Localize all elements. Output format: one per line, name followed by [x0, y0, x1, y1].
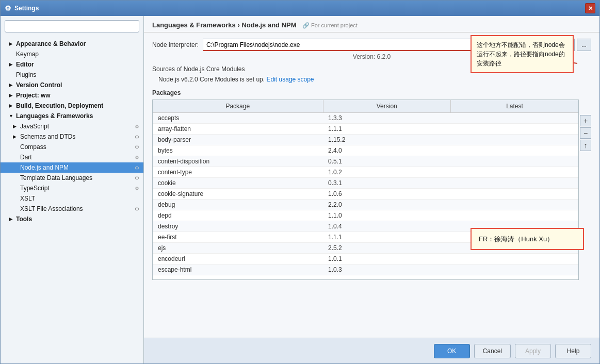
- config-icon: ⚙: [135, 155, 139, 160]
- sidebar-item-editor[interactable]: ▶ Editor: [1, 59, 143, 70]
- sidebar-item-languages[interactable]: ▼ Languages & Frameworks: [1, 111, 143, 121]
- col-header-package[interactable]: Package: [153, 100, 323, 113]
- sidebar-item-label: Appearance & Behavior: [16, 40, 86, 47]
- cell-latest: [451, 167, 579, 178]
- sidebar-item-xslt-file[interactable]: XSLT File Associations ⚙: [1, 204, 143, 214]
- breadcrumb-bar: Languages & Frameworks › Node.js and NPM…: [144, 16, 599, 32]
- table-row[interactable]: array-flatten 1.1.1: [153, 124, 578, 135]
- cell-latest: [451, 264, 579, 275]
- cell-package: cookie: [153, 178, 323, 189]
- cell-version: 1.0.1: [323, 254, 451, 264]
- table-row[interactable]: accepts 1.3.3: [153, 113, 578, 124]
- table-row[interactable]: body-parser 1.15.2: [153, 135, 578, 145]
- sidebar-item-javascript[interactable]: ▶ JavaScript ⚙: [1, 121, 143, 131]
- cell-latest: [451, 210, 579, 221]
- add-package-button[interactable]: +: [580, 115, 591, 126]
- table-row[interactable]: debug 2.2.0: [153, 200, 578, 210]
- bottom-bar: OK Cancel Apply Help: [144, 338, 599, 363]
- search-input[interactable]: [5, 20, 139, 32]
- packages-section: Packages: [152, 89, 591, 96]
- move-up-button[interactable]: ↑: [580, 140, 591, 151]
- table-row[interactable]: encodeurl 1.0.1: [153, 254, 578, 264]
- cell-package: destroy: [153, 221, 323, 232]
- table-row[interactable]: content-type 1.0.2: [153, 167, 578, 178]
- cell-package: ee-first: [153, 232, 323, 243]
- arrow-icon: ▶: [9, 41, 14, 46]
- cell-latest: [451, 145, 579, 156]
- callout-top: 这个地方不能配错，否则node会运行不起来，路径要指向node的安装路径: [471, 35, 574, 73]
- table-row[interactable]: cookie-signature 1.0.6: [153, 189, 578, 200]
- cell-package: bytes: [153, 145, 323, 156]
- table-row[interactable]: cookie 0.3.1: [153, 178, 578, 189]
- sidebar-item-build[interactable]: ▶ Build, Execution, Deployment: [1, 101, 143, 111]
- sidebar-item-keymap[interactable]: Keymap: [1, 49, 143, 59]
- cell-latest: [451, 113, 579, 124]
- cell-latest: [451, 200, 579, 210]
- cell-version: 1.15.2: [323, 135, 451, 145]
- cell-package: accepts: [153, 113, 323, 124]
- sidebar-item-compass[interactable]: Compass ⚙: [1, 142, 143, 152]
- arrow-icon: ▶: [9, 93, 14, 98]
- config-icon: ⚙: [135, 175, 139, 181]
- cell-version: 0.5.1: [323, 156, 451, 167]
- app-icon: ⚙: [5, 4, 11, 12]
- apply-button[interactable]: Apply: [515, 344, 551, 358]
- sidebar-item-label: XSLT: [20, 195, 35, 202]
- cell-version: 0.3.1: [323, 178, 451, 189]
- sidebar-item-label: Tools: [16, 216, 32, 223]
- search-box[interactable]: [5, 20, 139, 32]
- cell-package: encodeurl: [153, 254, 323, 264]
- sidebar-item-label: Schemas and DTDs: [20, 133, 75, 140]
- sidebar-item-project[interactable]: ▶ Project: ww: [1, 90, 143, 101]
- help-button[interactable]: Help: [555, 344, 591, 358]
- sidebar-item-label: Plugins: [16, 71, 36, 78]
- cell-latest: [451, 124, 579, 135]
- cell-version: 1.1.1: [323, 232, 451, 243]
- cell-latest: [451, 178, 579, 189]
- cell-version: 1.0.4: [323, 221, 451, 232]
- cell-package: content-type: [153, 167, 323, 178]
- table-row[interactable]: escape-html 1.0.3: [153, 264, 578, 275]
- sidebar-item-xslt[interactable]: XSLT: [1, 193, 143, 204]
- table-header-row: Package Version Latest: [153, 100, 578, 113]
- content-area: ▶ Appearance & Behavior Keymap ▶ Editor …: [1, 16, 599, 363]
- arrow-icon: ▶: [9, 82, 14, 88]
- sidebar-item-label: Languages & Frameworks: [16, 112, 93, 120]
- edit-scope-link[interactable]: Edit usage scope: [266, 76, 314, 83]
- remove-package-button[interactable]: −: [580, 127, 591, 139]
- sidebar-item-plugins[interactable]: Plugins: [1, 70, 143, 80]
- table-row[interactable]: depd 1.1.0: [153, 210, 578, 221]
- col-header-version[interactable]: Version: [323, 100, 451, 113]
- sidebar-item-template[interactable]: Template Data Languages ⚙: [1, 173, 143, 183]
- cell-version: 1.3.3: [323, 113, 451, 124]
- config-icon: ⚙: [135, 144, 139, 150]
- table-row[interactable]: bytes 2.4.0: [153, 145, 578, 156]
- sidebar-item-nodejs[interactable]: Node.js and NPM ⚙: [1, 162, 143, 173]
- cell-latest: [451, 156, 579, 167]
- arrow-icon: ▶: [13, 124, 18, 129]
- link-icon: 🔗: [302, 22, 310, 28]
- sidebar-item-label: Keymap: [16, 51, 39, 58]
- sidebar-item-dart[interactable]: Dart ⚙: [1, 152, 143, 162]
- sidebar-item-schemas[interactable]: ▶ Schemas and DTDs ⚙: [1, 131, 143, 142]
- col-header-latest[interactable]: Latest: [451, 100, 579, 113]
- cell-version: 1.0.6: [323, 189, 451, 200]
- cell-latest: [451, 135, 579, 145]
- for-project-label: 🔗 For current project: [302, 22, 358, 28]
- cell-version: 2.4.0: [323, 145, 451, 156]
- sidebar-item-appearance[interactable]: ▶ Appearance & Behavior: [1, 39, 143, 49]
- sidebar-item-typescript[interactable]: TypeScript ⚙: [1, 183, 143, 193]
- packages-tbody: accepts 1.3.3 array-flatten 1.1.1 body-p…: [153, 113, 578, 275]
- interpreter-label: Node interpreter:: [152, 41, 199, 48]
- cell-package: escape-html: [153, 264, 323, 275]
- sidebar-item-label: Node.js and NPM: [20, 164, 69, 171]
- cancel-button[interactable]: Cancel: [474, 344, 511, 358]
- cell-package: depd: [153, 210, 323, 221]
- close-button[interactable]: ✕: [585, 3, 595, 13]
- sidebar-item-tools[interactable]: ▶ Tools: [1, 214, 143, 224]
- ok-button[interactable]: OK: [434, 344, 470, 358]
- sidebar-item-version-control[interactable]: ▶ Version Control: [1, 80, 143, 90]
- table-row[interactable]: content-disposition 0.5.1: [153, 156, 578, 167]
- interpreter-browse-button[interactable]: …: [577, 39, 591, 51]
- main-panel: Languages & Frameworks › Node.js and NPM…: [144, 16, 599, 363]
